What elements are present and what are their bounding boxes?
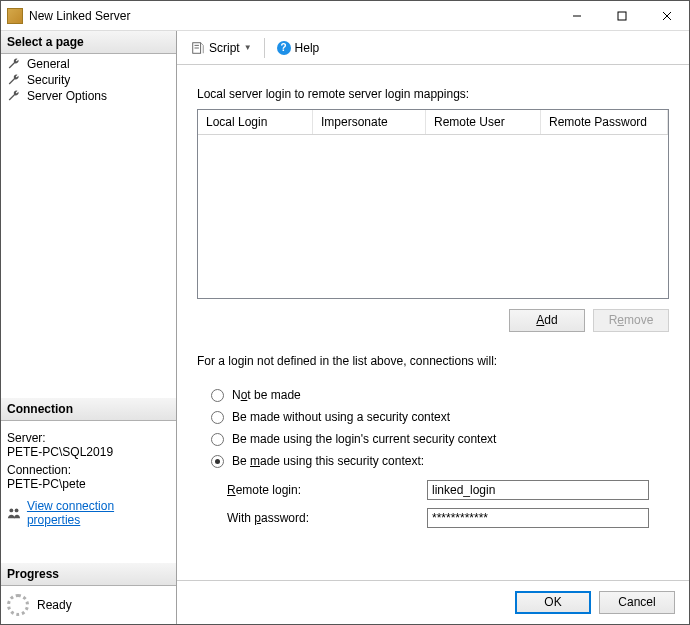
page-item-label: Server Options xyxy=(27,89,107,103)
svg-rect-1 xyxy=(618,12,626,20)
col-remote-password[interactable]: Remote Password xyxy=(541,110,668,134)
radio-without-security-context[interactable]: Be made without using a security context xyxy=(211,410,669,424)
radio-current-security-context[interactable]: Be made using the login's current securi… xyxy=(211,432,669,446)
cancel-button[interactable]: Cancel xyxy=(599,591,675,614)
help-icon: ? xyxy=(277,41,291,55)
help-button[interactable]: ? Help xyxy=(271,38,326,58)
app-icon xyxy=(7,8,23,24)
with-password-input[interactable] xyxy=(427,508,649,528)
maximize-button[interactable] xyxy=(599,1,644,30)
mappings-label: Local server login to remote server logi… xyxy=(197,87,669,101)
col-impersonate[interactable]: Impersonate xyxy=(313,110,426,134)
radio-label: Be made using the login's current securi… xyxy=(232,432,496,446)
radio-icon xyxy=(211,411,224,424)
ok-button[interactable]: OK xyxy=(515,591,591,614)
chevron-down-icon: ▼ xyxy=(244,43,252,52)
close-button[interactable] xyxy=(644,1,689,30)
with-password-label: With password: xyxy=(227,511,427,525)
connection-header: Connection xyxy=(1,398,176,421)
btn-text: dd xyxy=(544,313,557,327)
progress-status: Ready xyxy=(37,598,72,612)
grid-header: Local Login Impersonate Remote User Remo… xyxy=(198,110,668,135)
remove-button: Remove xyxy=(593,309,669,332)
wrench-icon xyxy=(7,73,21,87)
svg-point-5 xyxy=(15,508,19,512)
dialog-new-linked-server: New Linked Server Select a page General … xyxy=(0,0,690,625)
radio-not-be-made[interactable]: Not be made xyxy=(211,388,669,402)
page-item-general[interactable]: General xyxy=(1,56,176,72)
page-item-label: Security xyxy=(27,73,70,87)
connection-value: PETE-PC\pete xyxy=(7,477,170,491)
minimize-button[interactable] xyxy=(554,1,599,30)
radio-icon xyxy=(211,433,224,446)
col-local-login[interactable]: Local Login xyxy=(198,110,313,134)
script-icon xyxy=(191,41,205,55)
people-icon xyxy=(7,506,21,520)
remote-login-input[interactable] xyxy=(427,480,649,500)
dialog-footer: OK Cancel xyxy=(177,580,689,624)
security-radio-group: Not be made Be made without using a secu… xyxy=(197,380,669,476)
connection-label: Connection: xyxy=(7,463,170,477)
progress-spinner-icon xyxy=(7,594,29,616)
select-page-header: Select a page xyxy=(1,31,176,54)
remote-login-label: Remote login: xyxy=(227,483,427,497)
radio-icon xyxy=(211,389,224,402)
window-title: New Linked Server xyxy=(29,9,554,23)
add-button[interactable]: Add xyxy=(509,309,585,332)
toolbar-separator xyxy=(264,38,265,58)
wrench-icon xyxy=(7,57,21,71)
page-item-server-options[interactable]: Server Options xyxy=(1,88,176,104)
script-label: Script xyxy=(209,41,240,55)
connection-default-label: For a login not defined in the list abov… xyxy=(197,354,669,368)
radio-label: Not be made xyxy=(232,388,301,402)
radio-label: Be made without using a security context xyxy=(232,410,450,424)
page-item-label: General xyxy=(27,57,70,71)
radio-this-security-context[interactable]: Be made using this security context: xyxy=(211,454,669,468)
view-connection-properties-link[interactable]: View connection properties xyxy=(27,499,170,527)
radio-label: Be made using this security context: xyxy=(232,454,424,468)
script-button[interactable]: Script ▼ xyxy=(185,38,258,58)
toolbar: Script ▼ ? Help xyxy=(177,31,689,65)
wrench-icon xyxy=(7,89,21,103)
server-label: Server: xyxy=(7,431,170,445)
sidebar: Select a page General Security Server Op… xyxy=(1,31,177,624)
svg-point-4 xyxy=(9,508,13,512)
login-mappings-grid[interactable]: Local Login Impersonate Remote User Remo… xyxy=(197,109,669,299)
help-label: Help xyxy=(295,41,320,55)
radio-icon xyxy=(211,455,224,468)
btn-text: Remove xyxy=(609,313,654,327)
page-item-security[interactable]: Security xyxy=(1,72,176,88)
server-value: PETE-PC\SQL2019 xyxy=(7,445,170,459)
main-panel: Script ▼ ? Help Local server login to re… xyxy=(177,31,689,624)
titlebar[interactable]: New Linked Server xyxy=(1,1,689,31)
progress-header: Progress xyxy=(1,563,176,586)
col-remote-user[interactable]: Remote User xyxy=(426,110,541,134)
